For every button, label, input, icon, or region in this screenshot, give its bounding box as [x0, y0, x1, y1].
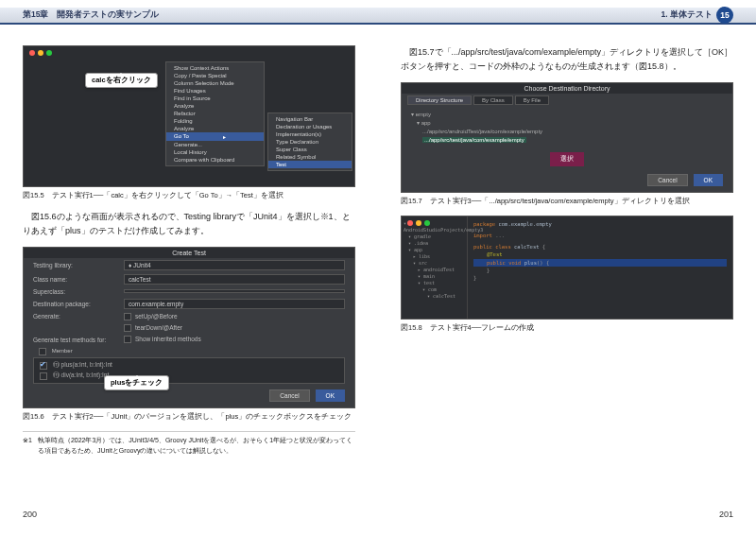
show-inherited-checkbox[interactable]: Show inherited methods: [124, 336, 201, 343]
ide-window-controls: [407, 220, 430, 226]
class-name-field[interactable]: calcTest: [124, 274, 345, 285]
dest-tab[interactable]: By Class: [473, 95, 513, 105]
fig-15-8-caption: 図15.8 テスト実行4──フレームの作成: [401, 323, 733, 333]
context-menu-item[interactable]: Find Usages: [166, 87, 264, 95]
method-row[interactable]: ⓜ plus(a:Int, b:Int):Int: [34, 360, 344, 371]
destination-field[interactable]: com.example.empty: [124, 299, 345, 309]
method-row[interactable]: ⓜ div(a:Int, b:Int):Int: [34, 371, 344, 381]
fig-15-5-screenshot: calcを右クリック Show Context ActionsCopy / Pa…: [23, 45, 355, 187]
dir-tree-node[interactable]: ▾ empty: [411, 111, 723, 119]
context-menu-item[interactable]: Folding: [166, 117, 264, 125]
context-submenu-item[interactable]: Test: [268, 161, 352, 168]
context-menu-item[interactable]: Find in Source: [166, 95, 264, 102]
footnote-mark: ※1: [23, 436, 32, 456]
testing-library-select[interactable]: ♦ JUnit4: [124, 260, 345, 270]
project-tree-node[interactable]: ▾ .idea: [404, 240, 465, 247]
dest-cancel-button[interactable]: Cancel: [647, 174, 687, 186]
dir-tree-node[interactable]: .../app/src/androidTest/java/com/example…: [411, 128, 723, 136]
context-menu-item[interactable]: Copy / Paste Special: [166, 72, 264, 79]
create-test-dialog: Create Test Testing library: ♦ JUnit4 Cl…: [24, 248, 354, 408]
member-header: Member: [52, 348, 73, 354]
dest-tab[interactable]: Directory Structure: [407, 95, 472, 105]
context-submenu-item[interactable]: Navigation Bar: [268, 115, 352, 123]
right-page: 1. 単体テスト 15 図15.7で「.../app/src/test/java…: [378, 0, 756, 536]
context-submenu-item[interactable]: Super Class: [268, 146, 352, 153]
context-menu-item[interactable]: Show Context Actions: [166, 64, 264, 72]
superclass-field[interactable]: [124, 289, 345, 293]
context-menu-item[interactable]: Analyze: [166, 102, 264, 110]
context-submenu-item[interactable]: Implementation(s): [268, 130, 352, 138]
context-submenu-item[interactable]: Type Declaration: [268, 138, 352, 146]
project-tree-node[interactable]: ▾ test: [404, 280, 465, 286]
project-tree-node[interactable]: ▾ src: [404, 260, 465, 267]
cancel-button[interactable]: Cancel: [269, 389, 309, 402]
footnote-1: ※1 執筆時点（2022年3月）では、JUnit3/4/5、Groovy JUn…: [23, 431, 355, 456]
testing-library-label: Testing library:: [33, 262, 118, 268]
gen-methods-label: Generate test methods for:: [33, 337, 118, 343]
fig-15-6-caption: 図15.6 テスト実行2──「JUnit」のバージョンを選択し、「plus」のチ…: [23, 412, 355, 422]
context-menu-item[interactable]: Compare with Clipboard: [166, 156, 264, 164]
context-submenu-item[interactable]: Declaration or Usages: [268, 123, 352, 130]
fig-15-7-caption: 図15.7 テスト実行3──「.../app/src/test/java/com…: [401, 197, 733, 206]
generate-label: Generate:: [33, 313, 118, 320]
context-menu-item[interactable]: Go To▸: [166, 132, 264, 141]
directory-tree[interactable]: ▾ empty ▾ app .../app/src/androidTest/ja…: [411, 111, 723, 145]
context-submenu-item[interactable]: Related Symbol: [268, 153, 352, 161]
context-submenu-goto[interactable]: Navigation BarDeclaration or UsagesImple…: [267, 112, 352, 171]
project-tree-node[interactable]: ▾ calcTest: [404, 293, 465, 300]
dest-tab[interactable]: By File: [515, 95, 549, 105]
fig-15-6-screenshot: Create Test Testing library: ♦ JUnit4 Cl…: [23, 247, 355, 409]
context-menu-main[interactable]: Show Context ActionsCopy / Paste Special…: [165, 61, 265, 166]
project-tree-node[interactable]: ▾ gradle: [404, 233, 465, 240]
page-number-left: 200: [23, 510, 37, 519]
body-paragraph-right-1: 図15.7で「.../app/src/test/java/com/example…: [401, 45, 733, 75]
footnote-text: 執筆時点（2022年3月）では、JUnit3/4/5、Groovy JUnitを…: [38, 436, 355, 456]
context-menu-item[interactable]: Analyze: [166, 125, 264, 132]
context-menu-item[interactable]: Column Selection Mode: [166, 79, 264, 87]
dir-tree-node[interactable]: ▾ app: [411, 119, 723, 128]
choose-dest-tabs[interactable]: Directory StructureBy ClassBy File: [402, 94, 732, 107]
destination-label: Destination package:: [33, 301, 118, 307]
ok-button[interactable]: OK: [316, 389, 345, 402]
choose-dest-title: Choose Destination Directory: [402, 83, 732, 94]
fig-15-5-caption: 図15.5 テスト実行1──「calc」を右クリックして「Go To」→「Tes…: [23, 191, 355, 200]
ide-editor[interactable]: package com.example.empty import ... pub…: [468, 216, 732, 319]
body-paragraph-1: 図15.6のような画面が表示されるので、Testing libraryで「JUn…: [23, 210, 355, 239]
teardown-checkbox[interactable]: tearDown/@After: [124, 324, 182, 332]
context-menu-item[interactable]: Generate...: [166, 141, 264, 148]
project-tree-node[interactable]: ▾ main: [404, 273, 465, 280]
callout-check-plus: plusをチェック: [104, 375, 169, 390]
page-header-right: 1. 単体テスト 15: [378, 8, 756, 25]
setup-checkbox[interactable]: setUp/@Before: [124, 313, 178, 320]
project-tree-node[interactable]: ▸ androidTest: [404, 267, 465, 273]
left-page: 第15章 開発者テストの実サンプル calcを右クリック Show Contex…: [0, 0, 378, 536]
dialog-title: Create Test: [24, 248, 354, 258]
window-controls: [29, 50, 52, 56]
context-menu-item[interactable]: Local History: [166, 148, 264, 156]
fig-15-8-screenshot: ▾ AndroidStudioProjects/empty3 ▾ gradle …: [401, 216, 733, 320]
methods-list[interactable]: ⓜ plus(a:Int, b:Int):Int ⓜ div(a:Int, b:…: [33, 357, 345, 384]
project-tree-node[interactable]: ▾ app: [404, 247, 465, 253]
superclass-label: Superclass:: [33, 288, 118, 295]
context-menu-item[interactable]: Refactor: [166, 110, 264, 117]
dest-ok-button[interactable]: OK: [694, 174, 723, 186]
fig-15-7-screenshot: Choose Destination Directory Directory S…: [401, 82, 733, 193]
chapter-badge: 15: [716, 7, 733, 24]
dir-tree-node[interactable]: .../app/src/test/java/com/example/empty: [411, 136, 723, 145]
chapter-title: 第15章 開発者テストの実サンプル: [23, 9, 159, 21]
callout-calc-right-click: calcを右クリック: [85, 73, 158, 88]
select-button[interactable]: 選択: [550, 152, 584, 166]
ide-project-tree[interactable]: ▾ AndroidStudioProjects/empty3 ▾ gradle …: [402, 216, 468, 319]
page-header-left: 第15章 開発者テストの実サンプル: [0, 8, 378, 25]
class-name-label: Class name:: [33, 276, 118, 283]
section-title: 1. 単体テスト: [662, 9, 713, 21]
project-tree-node[interactable]: ▸ libs: [404, 253, 465, 260]
project-tree-node[interactable]: ▾ com: [404, 286, 465, 293]
page-number-right: 201: [719, 510, 733, 519]
